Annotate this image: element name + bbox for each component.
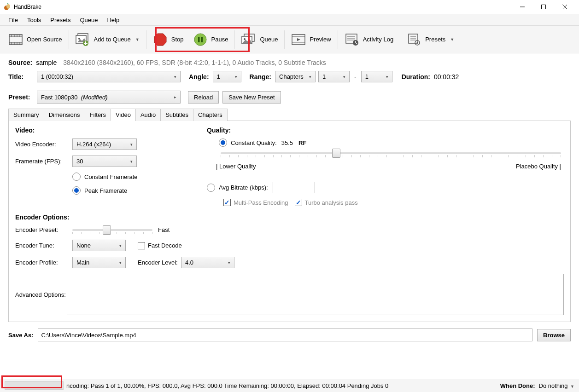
menu-file[interactable]: File [4,16,23,24]
save-as-row: Save As: Browse [0,324,579,346]
chevron-down-icon[interactable]: ▼ [450,37,454,42]
film-icon [8,32,23,47]
stop-button[interactable]: Stop [148,29,188,51]
open-source-button[interactable]: Open Source [4,29,67,51]
duration-label: Duration: [402,73,430,81]
presets-label: Presets [425,36,445,43]
svg-point-26 [194,34,206,46]
tabs: Summary Dimensions Filters Video Audio S… [8,108,571,121]
save-as-input[interactable] [38,329,532,341]
angle-select[interactable]: 1▾ [213,71,241,82]
title-row: Title: 1 (00:00:32)▾ Angle: 1▾ Range: Ch… [8,71,571,82]
menu-tools[interactable]: Tools [23,16,46,24]
tab-filters[interactable]: Filters [85,109,111,121]
toolbar: Open Source Add to Queue ▼ Stop Pause Qu… [0,26,579,53]
source-row: Source: sample 3840x2160 (3840x2160), 60… [8,59,571,66]
encoder-preset-slider[interactable] [72,225,152,234]
video-tab-body: Video: Video Encoder: H.264 (x264)▾ Fram… [8,121,571,322]
minimize-button[interactable] [512,0,533,14]
when-done-value: Do nothing [539,382,568,389]
turbo-label: Turbo analysis pass [305,199,358,206]
angle-value: 1 [217,73,220,80]
maximize-button[interactable] [533,0,554,14]
constant-quality-radio[interactable] [219,138,227,147]
multipass-checkbox[interactable]: ✓ [223,199,231,206]
tab-audio[interactable]: Audio [135,109,161,121]
framerate-label: Framerate (FPS): [15,158,72,165]
peak-framerate-radio[interactable] [72,186,81,195]
range-to-select[interactable]: 1▾ [361,71,392,82]
add-to-queue-button[interactable]: Add to Queue ▼ [71,29,144,51]
encoder-profile-select[interactable]: Main▾ [72,257,126,268]
video-encoder-select[interactable]: H.264 (x264)▾ [72,138,137,150]
preset-select[interactable]: Fast 1080p30 (Modified) ▸ [37,91,181,104]
menu-queue[interactable]: Queue [75,16,102,24]
preview-icon [291,32,306,47]
pause-button[interactable]: Pause [188,29,233,51]
quality-section-label: Quality: [207,127,564,134]
presets-icon [407,32,421,47]
range-from: 1 [322,73,326,80]
activity-log-button[interactable]: Activity Log [340,29,398,51]
avg-bitrate-input[interactable] [273,182,315,193]
encoder-tune-value: None [76,242,91,249]
video-encoder-value: H.264 (x264) [76,141,111,148]
avg-bitrate-label: Avg Bitrate (kbps): [219,184,268,191]
presets-button[interactable]: Presets ▼ [402,29,459,51]
when-done-select[interactable]: Do nothing ▼ [539,382,574,389]
advanced-options-input[interactable] [67,274,564,315]
fast-decode-checkbox[interactable] [138,242,145,249]
activity-log-label: Activity Log [363,36,393,43]
preset-label: Preset: [8,93,33,101]
constant-framerate-label: Constant Framerate [84,173,138,180]
when-done-label: When Done: [500,382,535,389]
encoder-tune-label: Encoder Tune: [15,242,72,249]
app-icon [4,3,11,11]
preset-modified: (Modified) [81,94,108,101]
quality-slider[interactable] [221,152,561,157]
queue-label: Queue [260,36,278,43]
constant-quality-label: Constant Quality: [231,139,277,146]
queue-button[interactable]: Queue [237,29,282,51]
svg-point-48 [417,42,418,43]
reload-button[interactable]: Reload [188,91,219,104]
pause-icon [193,32,208,47]
advanced-options-label: Advanced Options: [15,291,67,298]
menu-presets[interactable]: Presets [46,16,75,24]
encoder-level-select[interactable]: 4.0▾ [181,257,234,268]
save-new-preset-button[interactable]: Save New Preset [222,91,281,104]
source-details: 3840x2160 (3840x2160), 60 FPS, SDR (8-bi… [63,59,326,66]
turbo-checkbox[interactable]: ✓ [295,199,302,206]
window-titlebar: HandBrake [0,0,579,14]
encoder-tune-select[interactable]: None▾ [72,240,126,251]
tab-subtitles[interactable]: Subtitles [160,109,193,121]
tab-dimensions[interactable]: Dimensions [44,109,85,121]
browse-button[interactable]: Browse [537,329,571,341]
tab-summary[interactable]: Summary [8,109,44,121]
avg-bitrate-radio[interactable] [207,184,215,192]
title-select[interactable]: 1 (00:00:32)▾ [37,71,181,82]
status-bar: ncoding: Pass 1 of 1, 00.00%, FPS: 000.0… [0,379,579,392]
stop-label: Stop [171,36,184,43]
svg-rect-43 [409,34,418,43]
range-type-select[interactable]: Chapters▾ [275,71,316,82]
tab-video[interactable]: Video [111,109,136,121]
preview-button[interactable]: Preview [287,29,335,51]
svg-rect-28 [201,37,203,42]
close-button[interactable] [554,0,575,14]
encoder-level-label: Encoder Level: [138,259,181,266]
svg-point-31 [244,38,246,40]
svg-point-21 [78,38,80,40]
video-section-label: Video: [15,127,190,134]
constant-framerate-radio[interactable] [72,173,81,181]
svg-rect-27 [198,37,200,42]
progress-bar [5,381,64,390]
tab-chapters[interactable]: Chapters [193,109,228,121]
log-icon [345,32,359,47]
framerate-select[interactable]: 30▾ [72,156,137,167]
preset-value: Fast 1080p30 [41,94,78,101]
duration-value: 00:00:32 [434,73,459,81]
chevron-down-icon[interactable]: ▼ [135,37,140,42]
range-from-select[interactable]: 1▾ [318,71,350,82]
menu-help[interactable]: Help [102,16,124,24]
